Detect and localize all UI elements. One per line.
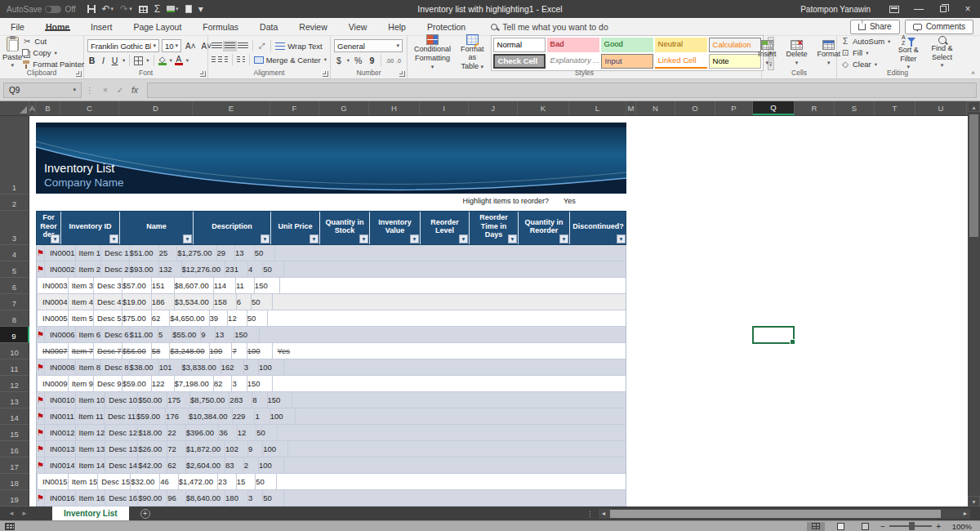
fill-color-button[interactable]: ◇ [158, 56, 167, 65]
increase-indent-button[interactable] [243, 56, 246, 64]
table-row-in0015[interactable]: IN0015Item 15Desc 15$32.0046$1,472.00231… [37, 474, 626, 490]
filter-dropdown-value[interactable]: ▼ [410, 234, 419, 243]
cell-in0008-reorder[interactable]: 100 [259, 359, 284, 375]
cell-in0001-value[interactable]: $1,275.00 [177, 245, 216, 261]
cell-in0009-qty[interactable]: 122 [152, 376, 175, 391]
cell-in0003-level[interactable]: 114 [214, 278, 236, 293]
cell-in0004-level[interactable]: 158 [214, 294, 237, 310]
cell-in0013-desc[interactable]: Desc 13 [105, 441, 138, 457]
alignment-dialog-launcher[interactable] [323, 71, 328, 77]
table-row-in0013[interactable]: ⚑IN0013Item 13Desc 13$26.0072$1,872.0010… [37, 441, 626, 457]
column-header-u[interactable]: U [915, 101, 967, 115]
cell-in0012-reorder[interactable]: 50 [256, 425, 278, 440]
cell-in0009-id[interactable]: IN0009 [38, 376, 69, 391]
cell-in0008-flag[interactable]: ⚑ [37, 359, 45, 375]
cell-in0016-flag[interactable]: ⚑ [37, 490, 45, 506]
cell-in0014-value[interactable]: $2,604.00 [186, 457, 225, 473]
style-linked[interactable]: Linked Cell [655, 54, 707, 69]
header-days[interactable]: Reorder Time in Days▼ [470, 212, 519, 244]
cell-in0009-name[interactable]: Item 9 [69, 376, 94, 391]
cell-in0013-price[interactable]: $26.00 [138, 441, 167, 457]
cell-in0013-level[interactable]: 102 [225, 441, 248, 457]
tab-help[interactable]: Help [377, 22, 416, 32]
column-header-m[interactable]: M [626, 101, 636, 115]
tell-me-box[interactable]: Tell me what you want to do [491, 22, 608, 32]
cell-in0002-reorder[interactable]: 50 [263, 261, 284, 277]
cell-in0001-name[interactable]: Item 1 [76, 245, 101, 261]
name-box[interactable]: Q9▾ [3, 83, 82, 98]
cell-in0011-days[interactable]: 1 [255, 408, 270, 424]
cell-in0007-id[interactable]: IN0007 [38, 343, 69, 359]
cell-in0009-days[interactable]: 3 [232, 376, 247, 391]
cell-in0003-name[interactable]: Item 3 [69, 278, 94, 293]
cell-in0004-name[interactable]: Item 4 [69, 294, 94, 310]
row-header-9[interactable]: 9 [0, 327, 29, 343]
comments-button[interactable]: Comments [905, 20, 973, 34]
cell-in0003-id[interactable]: IN0003 [38, 278, 69, 293]
scroll-left-arrow[interactable]: ◄ [599, 509, 608, 519]
cell-in0016-value[interactable]: $8,640.00 [186, 490, 225, 506]
collapse-ribbon-button[interactable]: ˄ [971, 69, 975, 77]
cell-in0006-level[interactable]: 9 [201, 327, 215, 342]
fill-color-button[interactable]: ▾ [167, 4, 179, 14]
cell-in0001-level[interactable]: 29 [217, 245, 236, 261]
scroll-right-arrow[interactable]: ► [960, 509, 970, 519]
filter-dropdown-name[interactable]: ▼ [183, 234, 192, 243]
column-header-r[interactable]: R [795, 101, 835, 115]
cell-in0015-disc[interactable] [277, 474, 282, 489]
header-name[interactable]: Name▼ [120, 212, 194, 244]
increase-decimal-button[interactable]: .00 [385, 58, 394, 64]
new-sheet-button[interactable]: + [140, 509, 150, 519]
fill-color-icon-dropdown[interactable]: ▾ [176, 4, 179, 14]
cell-in0004-reorder[interactable]: 50 [252, 294, 273, 310]
cell-in0004-days[interactable]: 6 [237, 294, 252, 310]
cell-in0005-qty[interactable]: 62 [152, 310, 171, 326]
sheet-tab-inventory-list[interactable]: Inventory List [52, 506, 129, 520]
cell-in0003-price[interactable]: $57.00 [122, 278, 152, 293]
cancel-button[interactable]: × [98, 86, 113, 95]
cell-in0011-qty[interactable]: 176 [166, 408, 189, 424]
autosum-button[interactable]: Σ [154, 4, 160, 14]
cell-in0016-reorder[interactable]: 50 [263, 490, 284, 506]
cell-in0013-reorder[interactable]: 100 [263, 441, 288, 457]
cell-in0004-price[interactable]: $19.00 [122, 294, 152, 310]
insert-function-button[interactable]: fx [127, 85, 142, 95]
header-disc[interactable]: Discontinued?▼ [570, 212, 627, 244]
find-select-button[interactable]: Find & Select ▾ [926, 36, 958, 70]
cell-in0010-qty[interactable]: 175 [167, 392, 190, 408]
cell-in0009-desc[interactable]: Desc 9 [94, 376, 122, 391]
paste-dropdown-arrow[interactable]: ▾ [11, 62, 14, 69]
cell-in0010-price[interactable]: $50.00 [138, 392, 167, 408]
cell-in0009-price[interactable]: $59.00 [122, 376, 152, 391]
table-row-in0006[interactable]: ⚑IN0006Item 6Desc 6$11.005$55.00913150 [37, 327, 626, 343]
cell-in0011-value[interactable]: $10,384.00 [189, 408, 233, 424]
cell-in0008-value[interactable]: $3,838.00 [182, 359, 221, 375]
wrap-text-button[interactable]: Wrap Text [275, 41, 322, 51]
cell-in0014-desc[interactable]: Desc 14 [105, 457, 138, 473]
previous-sheet-arrow[interactable]: ◄ [5, 510, 18, 517]
row-header-8[interactable]: 8 [0, 310, 29, 327]
filter-dropdown-reorder[interactable]: ▼ [559, 234, 568, 243]
cell-in0010-flag[interactable]: ⚑ [37, 392, 45, 408]
cell-in0009-disc[interactable] [273, 376, 278, 391]
vertical-scrollbar[interactable]: ▲ ▼ [968, 101, 980, 506]
cell-in0014-reorder[interactable]: 100 [259, 457, 284, 473]
cell-in0006-flag[interactable]: ⚑ [37, 327, 45, 342]
cell-in0010-name[interactable]: Item 10 [76, 392, 106, 408]
table-button[interactable] [139, 6, 148, 13]
cell-in0007-disc[interactable]: Yes [273, 343, 291, 359]
vertical-scroll-thumb[interactable] [969, 114, 978, 237]
cell-in0013-days[interactable]: 9 [248, 441, 263, 457]
filter-dropdown-id[interactable]: ▼ [109, 234, 118, 243]
header-price[interactable]: Unit Price▼ [271, 212, 320, 244]
cell-in0014-qty[interactable]: 62 [167, 457, 186, 473]
cell-in0002-price[interactable]: $93.00 [130, 261, 159, 277]
borders-button[interactable] [134, 56, 143, 65]
column-header-g[interactable]: G [319, 101, 369, 115]
insert-cells-button[interactable]: Insert▾ [755, 40, 780, 66]
cell-in0015-id[interactable]: IN0015 [38, 474, 69, 489]
cell-in0012-price[interactable]: $18.00 [138, 425, 167, 440]
cell-in0012-id[interactable]: IN0012 [45, 425, 76, 440]
enter-button[interactable]: ✓ [113, 86, 127, 95]
table-row-in0007[interactable]: IN0007Item 7Desc 7$56.0058$3,248.0010971… [37, 343, 626, 359]
